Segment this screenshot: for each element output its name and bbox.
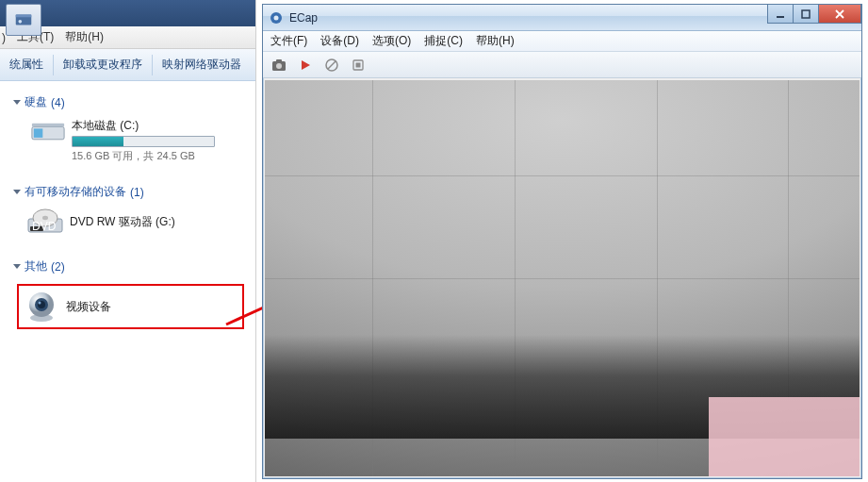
dvd-item[interactable]: DVD DVD RW 驱动器 (G:)	[26, 208, 248, 236]
svg-rect-5	[32, 124, 64, 127]
menu-device[interactable]: 设备(D)	[320, 33, 359, 49]
ecap-window: ECap 文件(F) 设备(D) 选项(O) 捕捉(C) 帮助(H)	[262, 4, 862, 479]
svg-text:DVD: DVD	[32, 220, 57, 233]
svg-rect-4	[34, 128, 43, 138]
svg-rect-20	[802, 10, 810, 18]
svg-point-18	[274, 15, 279, 20]
section-count: (1)	[130, 186, 144, 199]
svg-point-15	[39, 302, 41, 305]
ecap-menu-bar: 文件(F) 设备(D) 选项(O) 捕捉(C) 帮助(H)	[263, 31, 861, 52]
section-removable[interactable]: 有可移动存储的设备 (1)	[13, 184, 248, 200]
watermark-block	[709, 397, 860, 476]
ecap-title-text: ECap	[289, 11, 318, 25]
close-button[interactable]	[818, 5, 861, 24]
window-buttons	[768, 5, 861, 24]
toolbar-map-drive[interactable]: 映射网络驱动器	[153, 49, 251, 80]
hdd-icon	[30, 118, 66, 144]
section-count: (4)	[51, 96, 65, 109]
section-title: 硬盘	[25, 94, 47, 110]
capacity-bar	[72, 136, 215, 147]
section-count: (2)	[51, 260, 65, 274]
svg-point-2	[19, 20, 23, 24]
section-hdd[interactable]: 硬盘 (4)	[13, 94, 248, 110]
video-device-label: 视频设备	[66, 299, 111, 315]
svg-line-25	[328, 61, 336, 69]
svg-rect-19	[777, 16, 784, 18]
ecap-titlebar[interactable]: ECap	[263, 5, 861, 31]
snapshot-button[interactable]	[270, 57, 287, 74]
menu-help[interactable]: 帮助(H)	[476, 33, 515, 49]
record-button[interactable]	[297, 57, 314, 74]
webcam-icon	[25, 290, 58, 324]
menu-options[interactable]: 选项(O)	[372, 33, 411, 49]
section-title: 其他	[25, 258, 47, 274]
explorer-header	[0, 0, 255, 26]
section-other[interactable]: 其他 (2)	[13, 258, 248, 274]
svg-rect-1	[16, 15, 32, 18]
explorer-window: ) 工具(T) 帮助(H) 统属性 卸载或更改程序 映射网络驱动器 硬盘 (4)…	[0, 0, 256, 482]
drive-item-c[interactable]: 本地磁盘 (C:) 15.6 GB 可用，共 24.5 GB	[30, 118, 248, 163]
minimize-button[interactable]	[767, 5, 794, 24]
explorer-title-icon	[6, 4, 41, 36]
menu-item-help[interactable]: 帮助(H)	[65, 29, 104, 45]
stop-button[interactable]	[323, 57, 340, 74]
maximize-button[interactable]	[793, 5, 819, 24]
collapse-icon	[13, 100, 21, 105]
drive-name: 本地磁盘 (C:)	[72, 118, 248, 134]
toolbar-uninstall[interactable]: 卸载或更改程序	[54, 49, 152, 80]
capacity-text: 15.6 GB 可用，共 24.5 GB	[72, 149, 248, 163]
section-title: 有可移动存储的设备	[25, 184, 126, 200]
device-tree: 硬盘 (4) 本地磁盘 (C:) 15.6 GB 可用，共 24.5 GB 有可…	[0, 81, 255, 329]
dvd-icon: DVD	[26, 208, 64, 236]
collapse-icon	[13, 264, 21, 269]
video-preview	[265, 80, 860, 476]
capacity-fill	[73, 137, 123, 146]
toolbar-system-properties[interactable]: 统属性	[0, 49, 53, 80]
video-device-item[interactable]: 视频设备	[17, 284, 244, 329]
collapse-icon	[13, 190, 21, 194]
ecap-app-icon	[269, 10, 284, 25]
menu-file[interactable]: 文件(F)	[270, 33, 307, 49]
ecap-toolbar	[263, 52, 861, 78]
drive-body: 本地磁盘 (C:) 15.6 GB 可用，共 24.5 GB	[72, 118, 248, 163]
svg-rect-22	[276, 59, 282, 62]
explorer-toolbar: 统属性 卸载或更改程序 映射网络驱动器	[0, 49, 255, 81]
menu-capture[interactable]: 捕捉(C)	[424, 33, 463, 49]
svg-rect-27	[356, 62, 361, 67]
svg-point-23	[276, 63, 282, 69]
dvd-label: DVD RW 驱动器 (G:)	[70, 214, 175, 230]
settings-button[interactable]	[350, 57, 367, 74]
